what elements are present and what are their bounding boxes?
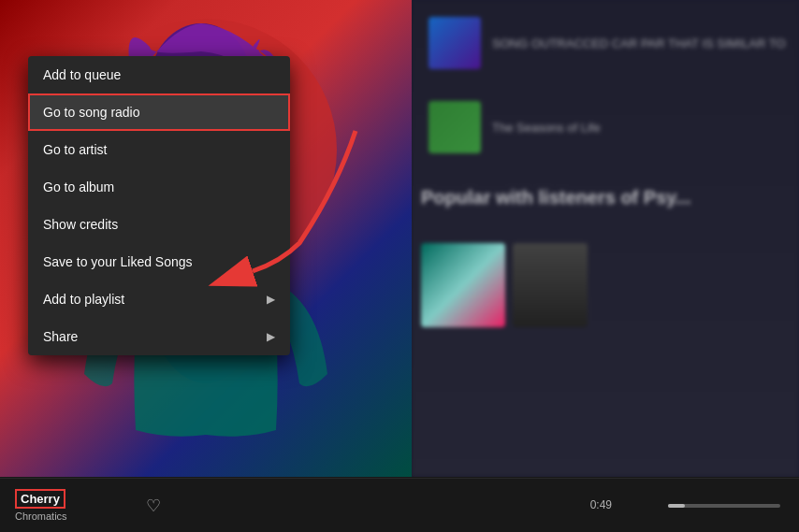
thumbnail-4 [513,243,588,327]
menu-item-go-to-song-radio[interactable]: Go to song radio [28,93,290,131]
right-item-1: SONG OUTRACCED CAR PAR THAT IS SIMILAR T… [421,9,793,77]
menu-item-add-to-queue[interactable]: Add to queue [28,56,290,93]
right-text-2: The Seasons of Life [492,121,601,135]
thumbnail-2 [429,101,481,153]
track-info: Cherry Chromatics [15,489,127,522]
progress-bar-fill [668,504,685,508]
chevron-right-icon: ▶ [267,293,275,306]
thumbnail-3 [421,243,505,327]
right-text-1: SONG OUTRACCED CAR PAR THAT IS SIMILAR T… [492,36,786,50]
menu-item-go-to-album[interactable]: Go to album [28,168,290,206]
chevron-right-icon-share: ▶ [267,330,275,343]
menu-item-show-credits[interactable]: Show credits [28,206,290,243]
player-bar: Cherry Chromatics ♡ 0:49 [0,478,799,532]
section-heading: Popular with listeners of Psy... [421,187,691,208]
track-name[interactable]: Cherry [15,489,65,509]
progress-bar[interactable] [668,504,780,508]
artist-name: Chromatics [15,510,127,522]
menu-item-save-liked-songs[interactable]: Save to your Liked Songs [28,243,290,280]
thumbnail-1 [429,17,481,69]
right-panel: SONG OUTRACCED CAR PAR THAT IS SIMILAR T… [412,0,799,477]
right-item-2: The Seasons of Life [421,93,608,161]
time-elapsed: 0:49 [590,498,612,511]
menu-item-add-to-playlist[interactable]: Add to playlist ▶ [28,280,290,318]
bottom-row [421,243,588,327]
heart-button[interactable]: ♡ [146,496,161,516]
track-name-box[interactable]: Cherry [15,489,127,509]
menu-item-share[interactable]: Share ▶ [28,318,290,355]
menu-item-go-to-artist[interactable]: Go to artist [28,131,290,168]
context-menu: Add to queue Go to song radio Go to arti… [28,56,290,355]
